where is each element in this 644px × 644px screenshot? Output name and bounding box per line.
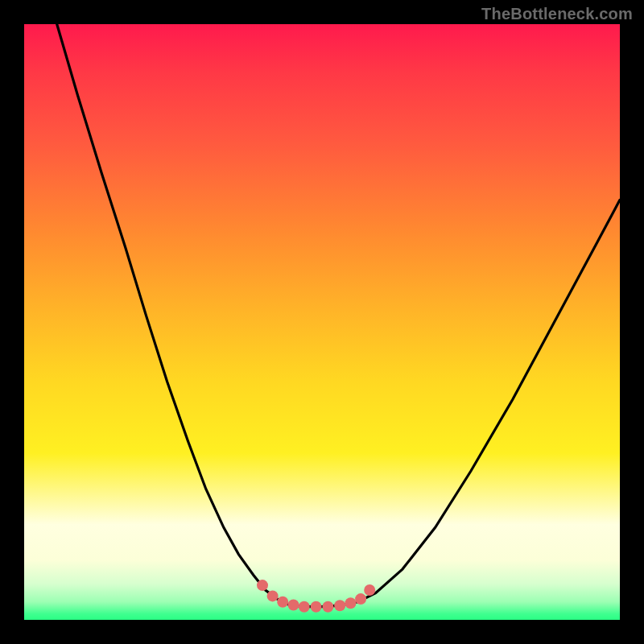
bottleneck-curve [57, 24, 620, 607]
trough-marker [299, 601, 310, 613]
trough-marker [334, 600, 345, 611]
plot-area [24, 24, 620, 620]
trough-marker [257, 580, 268, 591]
curve-layer [24, 24, 620, 620]
trough-marker [267, 590, 279, 601]
watermark-text: TheBottleneck.com [481, 5, 633, 23]
trough-marker [322, 601, 333, 613]
trough-marker [288, 600, 299, 611]
trough-markers [257, 580, 375, 613]
trough-marker [345, 597, 357, 609]
trough-marker [311, 601, 322, 613]
chart-frame: TheBottleneck.com [0, 0, 644, 644]
trough-marker [355, 593, 366, 605]
trough-marker [364, 584, 375, 596]
trough-marker [277, 597, 288, 608]
